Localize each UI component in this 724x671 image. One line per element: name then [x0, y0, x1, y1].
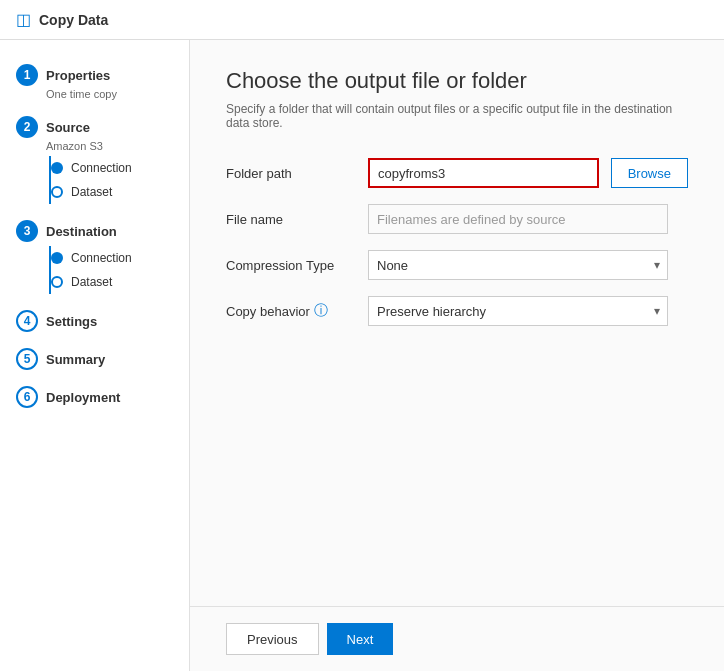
- copy-behavior-label: Copy behavior: [226, 304, 310, 319]
- sidebar-item-source[interactable]: 2 Source Amazon S3 Connection Dataset: [0, 108, 189, 212]
- sidebar-item-destination[interactable]: 3 Destination Connection Dataset: [0, 212, 189, 302]
- destination-dataset-item[interactable]: Dataset: [43, 270, 173, 294]
- copy-behavior-select[interactable]: Preserve hierarchy Flatten hierarchy Mer…: [368, 296, 668, 326]
- nav-number-settings: 4: [16, 310, 38, 332]
- previous-button[interactable]: Previous: [226, 623, 319, 655]
- top-bar: ◫ Copy Data: [0, 0, 724, 40]
- copy-behavior-info-icon[interactable]: ⓘ: [314, 302, 328, 320]
- sidebar-item-properties[interactable]: 1 Properties One time copy: [0, 56, 189, 108]
- nav-number-source: 2: [16, 116, 38, 138]
- destination-connection-label: Connection: [71, 251, 132, 265]
- source-connection-item[interactable]: Connection: [43, 156, 173, 180]
- file-name-placeholder-text: Filenames are defined by source: [377, 212, 566, 227]
- nav-number-summary: 5: [16, 348, 38, 370]
- content-area: Choose the output file or folder Specify…: [190, 40, 724, 671]
- source-subitems: Connection Dataset: [43, 156, 173, 204]
- compression-type-label: Compression Type: [226, 258, 356, 273]
- source-dataset-dot: [51, 186, 63, 198]
- destination-subitems: Connection Dataset: [43, 246, 173, 294]
- nav-number-destination: 3: [16, 220, 38, 242]
- next-button[interactable]: Next: [327, 623, 394, 655]
- sidebar-item-deployment[interactable]: 6 Deployment: [0, 378, 189, 416]
- folder-path-row: Folder path Browse: [226, 158, 688, 188]
- nav-label-destination: Destination: [46, 224, 117, 239]
- sidebar-item-settings[interactable]: 4 Settings: [0, 302, 189, 340]
- copy-data-icon: ◫: [16, 10, 31, 29]
- file-name-row: File name Filenames are defined by sourc…: [226, 204, 688, 234]
- copy-behavior-row: Copy behavior ⓘ Preserve hierarchy Flatt…: [226, 296, 688, 326]
- nav-number-properties: 1: [16, 64, 38, 86]
- destination-connection-item[interactable]: Connection: [43, 246, 173, 270]
- browse-button[interactable]: Browse: [611, 158, 688, 188]
- source-connection-label: Connection: [71, 161, 132, 175]
- file-name-label: File name: [226, 212, 356, 227]
- top-bar-title: Copy Data: [39, 12, 108, 28]
- nav-label-source: Source: [46, 120, 90, 135]
- nav-label-properties: Properties: [46, 68, 110, 83]
- copy-behavior-label-row: Copy behavior ⓘ: [226, 302, 356, 320]
- destination-connection-dot: [51, 252, 63, 264]
- page-subtitle: Specify a folder that will contain outpu…: [226, 102, 688, 130]
- nav-number-deployment: 6: [16, 386, 38, 408]
- copy-behavior-wrapper: Preserve hierarchy Flatten hierarchy Mer…: [368, 296, 668, 326]
- folder-path-label: Folder path: [226, 166, 356, 181]
- sidebar: 1 Properties One time copy 2 Source Amaz…: [0, 40, 190, 671]
- source-connection-dot: [51, 162, 63, 174]
- source-dataset-label: Dataset: [71, 185, 112, 199]
- compression-type-select[interactable]: None GZip Deflate BZip2 ZipDeflate: [368, 250, 668, 280]
- nav-sublabel-properties: One time copy: [46, 88, 173, 100]
- nav-label-settings: Settings: [46, 314, 97, 329]
- file-name-input-placeholder[interactable]: Filenames are defined by source: [368, 204, 668, 234]
- source-dataset-item[interactable]: Dataset: [43, 180, 173, 204]
- nav-sublabel-source: Amazon S3: [46, 140, 173, 152]
- compression-type-wrapper: None GZip Deflate BZip2 ZipDeflate ▾: [368, 250, 668, 280]
- nav-label-deployment: Deployment: [46, 390, 120, 405]
- nav-label-summary: Summary: [46, 352, 105, 367]
- destination-dataset-label: Dataset: [71, 275, 112, 289]
- page-title: Choose the output file or folder: [226, 68, 688, 94]
- compression-type-row: Compression Type None GZip Deflate BZip2…: [226, 250, 688, 280]
- footer: Previous Next: [190, 606, 724, 671]
- main-layout: 1 Properties One time copy 2 Source Amaz…: [0, 40, 724, 671]
- sidebar-item-summary[interactable]: 5 Summary: [0, 340, 189, 378]
- folder-path-input[interactable]: [368, 158, 599, 188]
- destination-dataset-dot: [51, 276, 63, 288]
